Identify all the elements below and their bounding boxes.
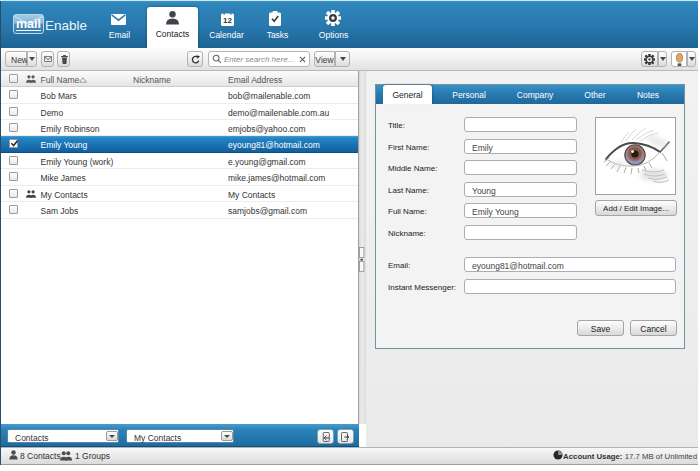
svg-text:12: 12 — [223, 16, 232, 25]
